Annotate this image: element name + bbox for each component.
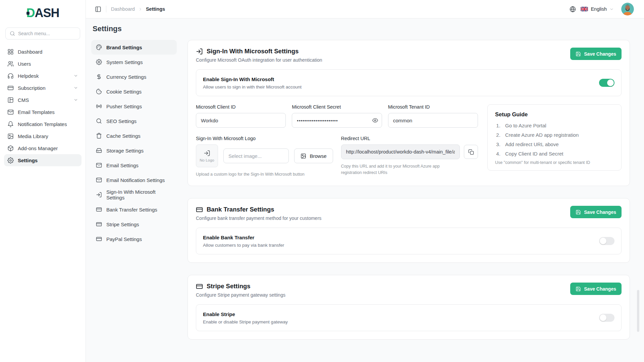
subnav-label: Cache Settings <box>106 133 141 139</box>
sidebar-item-label: Notification Templates <box>18 121 67 127</box>
microsoft-logo-label: Sign-In With Microsoft Logo <box>196 136 333 141</box>
enable-bank-toggle[interactable] <box>599 237 614 245</box>
subnav-storage-settings[interactable]: Storage Settings <box>91 143 177 158</box>
save-changes-button[interactable]: Save Changes <box>570 283 622 295</box>
log-in-icon <box>196 48 203 55</box>
sidebar-item-users[interactable]: Users <box>4 58 82 70</box>
search-input[interactable] <box>18 31 79 36</box>
subnav-cache-settings[interactable]: Cache Settings <box>91 128 177 143</box>
logo-dot <box>26 12 30 15</box>
user-avatar[interactable] <box>621 3 634 15</box>
tenant-id-input[interactable] <box>388 113 478 128</box>
subnav-label: System Settings <box>106 59 143 65</box>
subnav-pusher-settings[interactable]: Pusher Settings <box>91 99 177 114</box>
chevron-down-icon <box>73 73 78 78</box>
redirect-help-text: Copy this URL and add it to your Microso… <box>341 163 457 176</box>
subnav-label: Brand Settings <box>106 45 142 50</box>
enable-stripe-toggle[interactable] <box>599 314 614 322</box>
sidebar-search[interactable] <box>5 27 80 40</box>
client-secret-input[interactable] <box>292 113 382 128</box>
client-id-input[interactable] <box>196 113 286 128</box>
chevron-down-icon <box>609 7 614 11</box>
subnav-system-settings[interactable]: System Settings <box>91 55 177 69</box>
search-icon <box>10 31 15 36</box>
subnav-currency-settings[interactable]: Currency Settings <box>91 69 177 84</box>
sidebar-item-label: Dashboard <box>18 49 42 55</box>
credit-card-icon <box>7 85 14 91</box>
sidebar-item-label: Helpdesk <box>18 73 39 79</box>
globe-icon[interactable] <box>570 6 576 12</box>
setup-guide-note: Use "common" for multi-tenant or specifi… <box>495 160 614 165</box>
language-selector[interactable]: English <box>581 6 614 12</box>
subnav-brand-settings[interactable]: Brand Settings <box>91 40 177 55</box>
sidebar-item-label: CMS <box>18 97 29 103</box>
sidebar-item-helpdesk[interactable]: Helpdesk <box>4 70 82 82</box>
topbar-divider <box>106 6 106 12</box>
enable-stripe-row: Enable Stripe Enable or disable Stripe p… <box>196 304 622 331</box>
subnav-paypal-settings[interactable]: PayPal Settings <box>91 232 177 246</box>
sidebar-item-addons-manager[interactable]: Add-ons Manager <box>4 142 82 154</box>
logo-rest: ASH <box>35 6 59 20</box>
enable-row-title: Enable Stripe <box>203 311 288 317</box>
subnav-email-settings[interactable]: Email Settings <box>91 158 177 173</box>
subnav-signin-microsoft-settings[interactable]: Sign-In With Microsoft Settings <box>91 187 177 202</box>
client-id-label: Microsoft Client ID <box>196 104 286 110</box>
sidebar-item-subscription[interactable]: Subscription <box>4 82 82 94</box>
gear-icon <box>7 157 14 164</box>
redirect-url-label: Redirect URL <box>341 136 478 141</box>
select-image-input[interactable] <box>223 148 289 163</box>
subnav-seo-settings[interactable]: SEO Settings <box>91 114 177 128</box>
app-logo[interactable]: DASH <box>4 6 82 20</box>
subnav-email-notification-settings[interactable]: Email Notification Settings <box>91 173 177 187</box>
setup-guide-panel: Setup Guide Go to Azure Portal Create Az… <box>487 104 622 171</box>
subnav-bank-transfer-settings[interactable]: Bank Transfer Settings <box>91 202 177 217</box>
subnav-cookie-settings[interactable]: Cookie Settings <box>91 84 177 99</box>
mail-icon <box>96 177 102 183</box>
sidebar-item-notification-templates[interactable]: Notification Templates <box>4 118 82 130</box>
toggle-secret-visibility-button[interactable] <box>372 118 378 123</box>
copy-url-button[interactable] <box>464 145 478 159</box>
credit-card-icon <box>96 236 102 242</box>
sidebar-item-settings[interactable]: Settings <box>4 154 82 166</box>
uk-flag-icon <box>581 7 588 11</box>
subnav-label: Email Notification Settings <box>106 177 165 183</box>
subnav-label: Currency Settings <box>106 74 146 80</box>
sidebar-item-label: Subscription <box>18 85 46 91</box>
redirect-url-input[interactable] <box>341 144 460 159</box>
setup-step: Go to Azure Portal <box>502 123 614 128</box>
microsoft-settings-card: Sign-In With Microsoft Settings Configur… <box>187 40 630 186</box>
browse-button[interactable]: Browse <box>294 148 333 163</box>
sidebar-item-email-templates[interactable]: Email Templates <box>4 106 82 118</box>
settings-subnav: Brand Settings System Settings Currency … <box>91 40 177 246</box>
topbar: Dashboard Settings English <box>86 0 644 18</box>
vertical-scrollbar-thumb[interactable] <box>637 290 639 332</box>
sidebar: DASH Dashboard Users Helpdesk Subscripti… <box>0 0 86 362</box>
subnav-label: Stripe Settings <box>106 222 139 227</box>
section-title: Sign-In With Microsoft Settings <box>207 48 299 55</box>
sidebar-item-media-library[interactable]: Media Library <box>4 130 82 142</box>
save-button-label: Save Changes <box>584 51 616 57</box>
content-area: Settings Brand Settings System Settings … <box>86 18 644 362</box>
sidebar-item-cms[interactable]: CMS <box>4 94 82 106</box>
breadcrumb-current: Settings <box>146 6 165 12</box>
breadcrumb: Dashboard Settings <box>111 6 165 12</box>
save-changes-button[interactable]: Save Changes <box>570 48 622 60</box>
enable-microsoft-toggle[interactable] <box>599 79 614 87</box>
subnav-stripe-settings[interactable]: Stripe Settings <box>91 217 177 232</box>
save-button-label: Save Changes <box>584 286 616 292</box>
copy-icon <box>468 149 474 155</box>
broadcast-icon <box>96 103 102 109</box>
client-secret-label: Microsoft Client Secret <box>292 104 382 110</box>
breadcrumb-dashboard-link[interactable]: Dashboard <box>111 6 135 12</box>
log-in-icon <box>204 150 210 157</box>
log-in-icon <box>96 192 102 198</box>
chevron-right-icon <box>138 7 143 11</box>
subnav-label: Bank Transfer Settings <box>106 207 157 213</box>
setup-step: Create Azure AD app registration <box>502 132 614 138</box>
sidebar-item-dashboard[interactable]: Dashboard <box>4 46 82 58</box>
enable-row-desc: Enable or disable Stripe payment gateway <box>203 319 288 324</box>
sidebar-toggle-icon[interactable] <box>95 6 101 12</box>
save-icon <box>576 209 581 215</box>
save-changes-button[interactable]: Save Changes <box>570 206 622 218</box>
logo-help-text: Upload a custom logo for the Sign-In Wit… <box>196 171 333 178</box>
